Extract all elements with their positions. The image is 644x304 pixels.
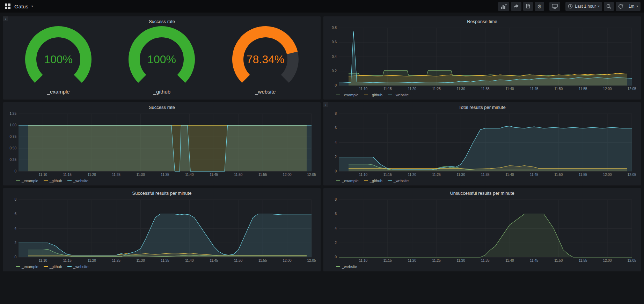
svg-text:0.8: 0.8 (332, 26, 337, 30)
series-color-mark (67, 266, 72, 267)
svg-text:8: 8 (335, 198, 337, 201)
legend-item[interactable]: _example (16, 179, 38, 183)
share-icon (513, 4, 519, 9)
svg-text:0: 0 (14, 169, 16, 173)
legend-item[interactable]: _website (388, 93, 409, 97)
svg-text:0.50: 0.50 (10, 146, 17, 150)
save-button[interactable] (523, 2, 533, 11)
svg-text:0: 0 (335, 83, 337, 87)
svg-text:11:30: 11:30 (456, 173, 465, 177)
legend-label: _example (22, 179, 38, 183)
svg-text:11:55: 11:55 (258, 259, 267, 262)
svg-text:11:40: 11:40 (185, 173, 194, 177)
panel-title[interactable]: Success rate (7, 104, 317, 111)
legend-item[interactable]: _website (67, 179, 88, 183)
gauge-label: _website (255, 89, 276, 95)
legend-item[interactable]: _example (336, 93, 359, 97)
svg-text:1.25: 1.25 (10, 112, 17, 116)
tv-mode-button[interactable] (549, 2, 560, 11)
navbar-actions: ⚙ Last 1 hour ▾ 1m ▾ (496, 2, 641, 11)
legend-item[interactable]: _example (336, 179, 359, 183)
svg-text:12:00: 12:00 (283, 259, 292, 262)
legend-item[interactable]: _website (388, 179, 409, 183)
legend-item[interactable]: _website (336, 265, 357, 269)
panel-unsuccessful-results: Unsuccessful results per minute 0246811:… (323, 188, 641, 272)
svg-text:11:15: 11:15 (383, 173, 392, 177)
svg-text:2: 2 (14, 241, 16, 245)
panel-title[interactable]: Success rate (7, 18, 317, 25)
svg-text:11:45: 11:45 (530, 173, 539, 177)
dashboard-title[interactable]: Gatus (14, 3, 28, 9)
gear-icon: ⚙ (537, 4, 542, 9)
svg-text:12:05: 12:05 (627, 259, 636, 262)
svg-text:11:30: 11:30 (456, 87, 465, 91)
panel-title[interactable]: Unsuccessful results per minute (327, 190, 637, 197)
gauge-arc: 100% (16, 26, 100, 88)
svg-text:11:55: 11:55 (258, 173, 267, 177)
svg-text:11:35: 11:35 (481, 173, 490, 177)
chart-legend: _example_github_website (327, 178, 637, 184)
gauge-label: _github (153, 89, 170, 95)
svg-text:11:45: 11:45 (530, 87, 539, 91)
svg-text:11:20: 11:20 (408, 173, 417, 177)
navbar: Gatus ▾ ⚙ Last 1 hour ▾ (0, 0, 644, 13)
svg-text:4: 4 (335, 141, 337, 144)
success-rate-chart[interactable]: 00.250.500.751.001.2511:1011:1511:2011:2… (7, 111, 317, 178)
gauge-arc: 100% (120, 26, 204, 88)
legend-item[interactable]: _example (16, 265, 38, 269)
panel-title[interactable]: Successful results per minute (7, 190, 317, 197)
svg-text:11:55: 11:55 (579, 173, 587, 177)
settings-button[interactable]: ⚙ (535, 2, 544, 11)
refresh-interval-button[interactable]: 1m ▾ (626, 2, 641, 11)
svg-text:11:25: 11:25 (112, 259, 121, 262)
dashboards-grid-icon[interactable] (4, 3, 11, 10)
svg-text:12:05: 12:05 (307, 259, 316, 262)
panel-title[interactable]: Response time (327, 18, 637, 25)
total-results-chart[interactable]: 0246811:1011:1511:2011:2511:3011:3511:40… (327, 111, 637, 178)
share-button[interactable] (511, 2, 521, 11)
legend-item[interactable]: _website (67, 265, 88, 269)
svg-text:0: 0 (335, 169, 337, 173)
svg-text:11:40: 11:40 (505, 259, 514, 262)
successful-results-chart[interactable]: 0246811:1011:1511:2011:2511:3011:3511:40… (7, 197, 317, 264)
svg-text:8: 8 (14, 198, 16, 201)
gauge-row: 100% _example 100% _github 78.34% _websi… (7, 25, 317, 98)
legend-label: _website (342, 265, 357, 269)
legend-label: _website (73, 265, 88, 269)
chart-legend: _example_github_website (7, 264, 317, 270)
legend-label: _github (370, 93, 382, 97)
chart-legend: _website (327, 264, 637, 270)
panel-successful-results: Successful results per minute 0246811:10… (3, 188, 321, 272)
panel-info-icon[interactable]: i (323, 102, 328, 107)
response-time-chart[interactable]: 00.20.40.60.811:1011:1511:2011:2511:3011… (327, 25, 637, 92)
gauge-arc: 78.34% (224, 26, 307, 88)
series-color-mark (336, 95, 340, 95)
panel-info-icon[interactable]: i (3, 16, 8, 21)
gauge-github: 100% _github (111, 26, 213, 95)
clock-icon (568, 4, 573, 9)
panel-title[interactable]: Total results per minute (327, 104, 637, 111)
svg-text:11:15: 11:15 (63, 173, 72, 177)
add-panel-icon (500, 4, 507, 9)
unsuccessful-results-chart[interactable]: 0246811:1011:1511:2011:2511:3011:3511:40… (327, 197, 637, 264)
legend-item[interactable]: _github (364, 179, 382, 183)
svg-text:4: 4 (14, 227, 16, 230)
legend-item[interactable]: _github (44, 179, 62, 183)
series-color-mark (16, 266, 20, 267)
legend-item[interactable]: _github (44, 265, 62, 269)
legend-item[interactable]: _github (364, 93, 382, 97)
refresh-interval-label: 1m (629, 4, 635, 9)
series-color-mark (44, 180, 48, 181)
time-range-button[interactable]: Last 1 hour ▾ (565, 2, 602, 11)
dashboard-caret-icon[interactable]: ▾ (31, 5, 33, 8)
chart-legend: _example_github_website (7, 178, 317, 184)
svg-text:2: 2 (335, 155, 337, 159)
refresh-button[interactable] (616, 2, 626, 11)
panel-success-rate-timeseries: Success rate 00.250.500.751.001.2511:101… (3, 102, 321, 186)
zoom-out-button[interactable] (604, 2, 614, 11)
legend-label: _github (50, 179, 62, 183)
add-panel-button[interactable] (498, 2, 509, 11)
svg-text:11:15: 11:15 (63, 259, 72, 262)
svg-text:6: 6 (335, 212, 337, 216)
legend-label: _example (22, 265, 38, 269)
